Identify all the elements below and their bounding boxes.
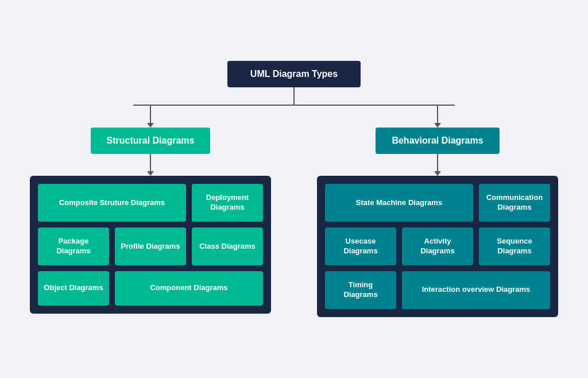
deployment-diagrams: Deployment Diagrams [192,184,263,222]
structural-category: Structural Diagrams [91,128,211,154]
class-diagrams: Class Diagrams [192,227,263,265]
structural-arrow2 [147,171,154,176]
behavioral-connector-top [437,106,438,123]
sequence-diagrams: Sequence Diagrams [479,227,550,265]
root-node: UML Diagram Types [227,61,361,87]
profile-diagrams: Profile Diagrams [115,227,186,265]
activity-diagrams: Activity Diagrams [402,227,473,265]
branch-row: Structural Diagrams Composite Struture D… [18,106,570,317]
root-connector [293,87,295,105]
behavioral-branch: Behavioral Diagrams State Machine Diagra… [317,106,558,317]
uml-diagram: UML Diagram Types Structural Diagrams Co… [18,61,570,317]
interaction-overview-diagrams: Interaction overview Diagrams [402,271,550,309]
object-diagrams: Object Diagrams [38,271,109,306]
structural-connector-top [150,106,151,123]
communication-diagrams: Communication Diagrams [479,184,550,222]
structural-branch: Structural Diagrams Composite Struture D… [30,106,271,317]
structural-connector-mid [150,154,151,171]
state-machine-diagrams: State Machine Diagrams [325,184,473,222]
behavioral-connector-mid [437,154,438,171]
structural-box: Composite Struture Diagrams Deployment D… [30,176,271,314]
composite-structure-diagrams: Composite Struture Diagrams [38,184,186,222]
behavioral-arrow2 [434,171,441,176]
timing-diagrams: Timing Diagrams [325,271,396,309]
h-line [133,105,455,106]
usecase-diagrams: Usecase Diagrams [325,227,396,265]
structural-arrow [147,123,154,128]
behavioral-arrow [434,123,441,128]
component-diagrams: Component Diagrams [115,271,263,306]
package-diagrams: Package Diagrams [38,227,109,265]
behavioral-box: State Machine Diagrams Communication Dia… [317,176,558,317]
behavioral-category: Behavioral Diagrams [376,128,499,154]
